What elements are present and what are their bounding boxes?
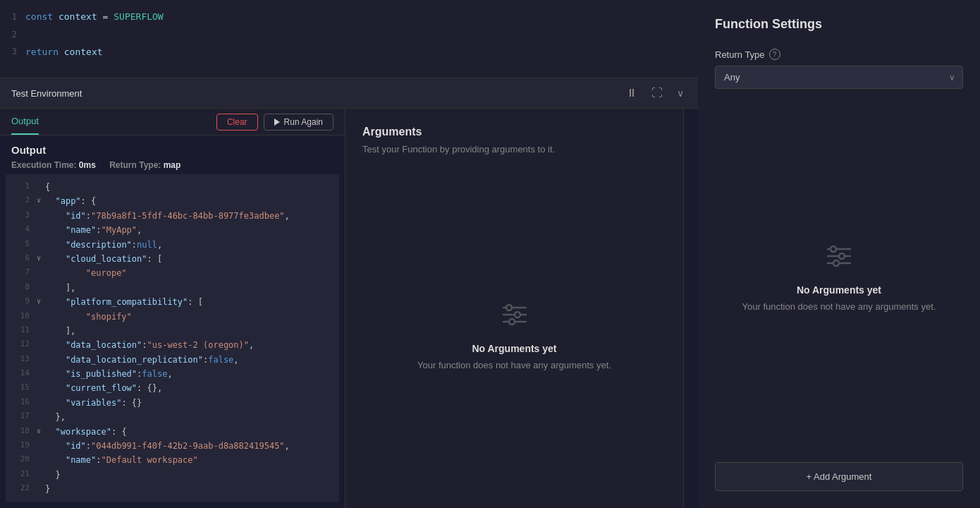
output-panel: Output Clear Run Again Output Exe [0, 109, 345, 508]
collapse-button[interactable]: ∨ [674, 86, 687, 100]
return-type-label: Return Type: [109, 160, 163, 170]
add-argument-button[interactable]: + Add Argument [715, 462, 963, 491]
expand-button[interactable]: ⛶ [649, 85, 666, 101]
json-line-1: 1 { [17, 180, 328, 194]
code-content-3: return context [25, 45, 103, 60]
json-line-2: 2 ∨ "app": { [17, 194, 328, 208]
no-args-desc-settings: Your function does not have any argument… [742, 301, 936, 312]
test-env-title: Test Environment [11, 88, 82, 99]
output-header: Output Execution Time: 0ms Return Type: … [0, 135, 345, 174]
tab-actions: Clear Run Again [216, 114, 333, 131]
test-env-bar: Test Environment ⏸ ⛶ ∨ [0, 78, 698, 109]
json-line-3: 3 "id": "78b9a8f1-5fdf-46bc-84bb-8977fe3… [17, 209, 328, 223]
json-line-16: 16 "variables": {} [17, 396, 328, 410]
code-line-2: 2 [0, 26, 698, 44]
line-number-1: 1 [0, 11, 25, 24]
json-line-13: 13 "data_location_replication": false, [17, 353, 328, 367]
return-type-select[interactable]: Any String Number Boolean Map List [715, 66, 963, 89]
no-args-title-args: No Arguments yet [472, 343, 556, 354]
json-viewer[interactable]: 1 { 2 ∨ "app": { 3 [6, 174, 339, 502]
filter-icon [498, 298, 532, 332]
svg-point-7 [831, 246, 836, 252]
output-title: Output [11, 144, 333, 156]
code-line-3: 3 return context [0, 44, 698, 61]
line-number-2: 2 [0, 28, 25, 42]
json-line-5: 5 "description": null, [17, 238, 328, 252]
function-settings-title: Function Settings [715, 17, 963, 32]
arguments-title: Arguments [362, 126, 666, 138]
run-again-button[interactable]: Run Again [264, 114, 333, 131]
json-line-9: 9 ∨ "platform_compatibility": [ [17, 295, 328, 309]
arguments-panel: Arguments Test your Function by providin… [345, 109, 684, 508]
json-line-21: 21 } [17, 468, 328, 482]
json-line-4: 4 "name": "MyApp", [17, 223, 328, 237]
no-args-container: No Arguments yet Your function does not … [362, 177, 666, 491]
pause-button[interactable]: ⏸ [623, 85, 640, 101]
execution-time-value: 0ms [79, 160, 96, 170]
json-line-22: 22 } [17, 482, 328, 496]
no-args-title-settings: No Arguments yet [797, 284, 881, 296]
expand-icon: ⛶ [651, 87, 663, 99]
json-line-6: 6 ∨ "cloud_location": [ [17, 252, 328, 266]
svg-point-9 [839, 253, 845, 259]
no-args-desc-args: Your function does not have any argument… [417, 360, 611, 370]
svg-point-5 [509, 319, 515, 325]
pause-icon: ⏸ [626, 87, 637, 99]
help-icon[interactable]: ? [769, 49, 780, 60]
clear-button[interactable]: Clear [216, 114, 258, 131]
output-meta: Execution Time: 0ms Return Type: map [11, 160, 333, 170]
play-icon [274, 119, 280, 126]
svg-point-3 [515, 312, 520, 318]
json-line-14: 14 "is_published": false, [17, 367, 328, 381]
json-line-20: 20 "name": "Default workspace" [17, 453, 328, 467]
line-number-3: 3 [0, 45, 25, 59]
return-type-select-wrapper: Any String Number Boolean Map List ∨ [715, 66, 963, 89]
json-line-17: 17 }, [17, 410, 328, 424]
tab-output[interactable]: Output [11, 109, 39, 135]
filter-icon-right [822, 239, 856, 273]
return-type-label: Return Type ? [715, 49, 963, 60]
json-line-18: 18 ∨ "workspace": { [17, 425, 328, 439]
return-type-value: map [164, 160, 181, 170]
test-env-controls: ⏸ ⛶ ∨ [623, 85, 687, 101]
code-line-1: 1 const context = SUPERFLOW [0, 8, 698, 26]
return-type-section: Return Type ? Any String Number Boolean … [715, 49, 963, 89]
code-content-2 [25, 28, 31, 42]
no-args-right: No Arguments yet Your function does not … [715, 89, 963, 462]
run-again-label: Run Again [284, 117, 323, 127]
json-line-11: 11 ], [17, 324, 328, 338]
svg-point-11 [833, 260, 839, 266]
function-settings-panel: Function Settings Return Type ? Any Stri… [698, 0, 980, 508]
execution-time-label: Execution Time: [11, 160, 79, 170]
output-content: Output Execution Time: 0ms Return Type: … [0, 135, 345, 508]
json-line-7: 7 "europe" [17, 266, 328, 280]
output-tabs: Output Clear Run Again [0, 109, 345, 135]
chevron-down-icon: ∨ [677, 87, 684, 99]
json-line-12: 12 "data_location": "us-west-2 (oregon)"… [17, 338, 328, 352]
json-line-19: 19 "id": "044db991-f40f-42b2-9aab-d8a882… [17, 439, 328, 453]
svg-point-1 [506, 305, 512, 310]
code-editor: 1 const context = SUPERFLOW 2 3 return [0, 0, 698, 78]
json-line-10: 10 "shopify" [17, 310, 328, 324]
json-line-8: 8 ], [17, 281, 328, 295]
code-content-1: const context = SUPERFLOW [25, 10, 164, 25]
json-line-15: 15 "current_flow": {}, [17, 381, 328, 395]
arguments-subtitle: Test your Function by providing argument… [362, 144, 666, 155]
